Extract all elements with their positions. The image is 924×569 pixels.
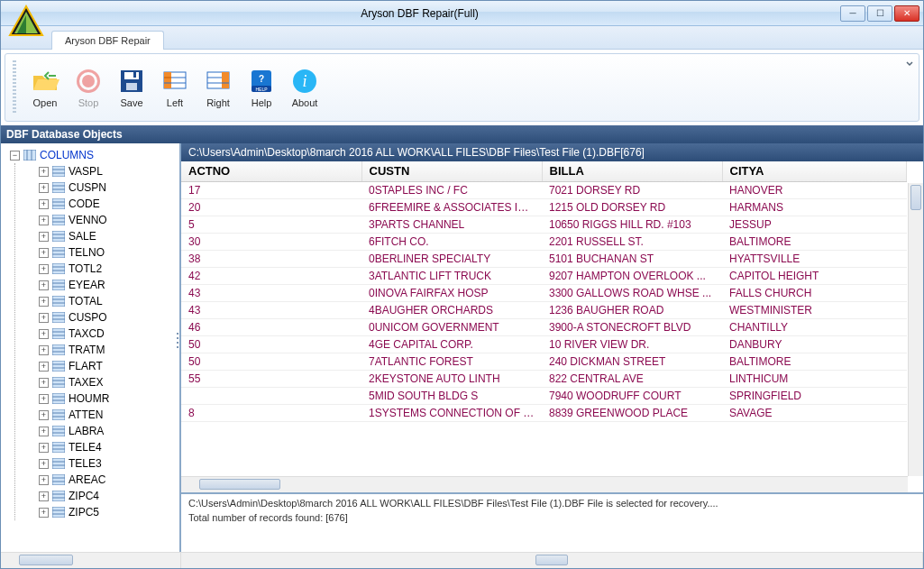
path-bar: C:\Users\Admin\Desktop\8march 2016 ALL W… <box>181 143 923 161</box>
svg-rect-9 <box>133 72 136 78</box>
tree-node[interactable]: +ZIPC4 <box>39 488 179 504</box>
table-row[interactable]: 53PARTS CHANNEL10650 RIGGS HILL RD. #103… <box>181 216 907 233</box>
collapse-icon[interactable]: − <box>10 151 20 161</box>
column-node-icon <box>52 166 65 177</box>
help-button[interactable]: ?HELP Help <box>243 67 279 108</box>
tree-node[interactable]: +TAXCD <box>39 326 179 342</box>
expand-icon[interactable]: + <box>39 459 49 469</box>
expand-icon[interactable]: + <box>39 362 49 372</box>
table-row[interactable]: 380BERLINER SPECIALTY5101 BUCHANAN STHYA… <box>181 250 907 267</box>
expand-icon[interactable]: + <box>39 508 49 518</box>
column-node-icon <box>52 215 65 225</box>
table-row[interactable]: 81SYSTEMS CONNECTION OF MD ...8839 GREEN… <box>181 404 907 421</box>
expand-icon[interactable]: + <box>39 329 49 339</box>
tree-node[interactable]: +TRATM <box>39 342 179 358</box>
cell: 240 DICKMAN STREET <box>542 353 722 370</box>
svg-rect-8 <box>126 83 137 90</box>
expand-icon[interactable]: + <box>39 491 49 501</box>
table-row[interactable]: 170STAPLES INC / FC7021 DORSEY RDHANOVER <box>181 181 907 198</box>
table-row[interactable]: 552KEYSTONE AUTO LINTH822 CENTRAL AVELIN… <box>181 370 907 387</box>
close-button[interactable]: ✕ <box>894 5 919 22</box>
tree-node[interactable]: +ATTEN <box>39 407 179 423</box>
app-window: Aryson DBF Repair(Full) ─ ☐ ✕ Aryson DBF… <box>0 0 924 569</box>
expand-icon[interactable]: + <box>39 199 49 209</box>
minimize-button[interactable]: ─ <box>840 5 865 22</box>
data-grid[interactable]: ACTNOCUSTNBILLACITYA 170STAPLES INC / FC… <box>181 161 923 492</box>
column-header[interactable]: CUSTN <box>361 161 542 181</box>
tree-node[interactable]: +TELE4 <box>39 439 179 455</box>
table-row[interactable]: 5MID SOUTH BLDG S7940 WOODRUFF COURTSPRI… <box>181 387 907 404</box>
cell: 42 <box>181 267 361 284</box>
tree-pane[interactable]: − COLUMNS +VASPL+CUSPN+CODE+VENNO+SALE+T… <box>1 143 181 552</box>
open-button[interactable]: Open <box>27 67 63 108</box>
expand-icon[interactable]: + <box>39 167 49 177</box>
column-header[interactable]: CITYA <box>722 161 907 181</box>
table-row[interactable]: 423ATLANTIC LIFT TRUCK9207 HAMPTON OVERL… <box>181 267 907 284</box>
tree-node[interactable]: +TOTAL <box>39 293 179 309</box>
cell: 7ATLANTIC FOREST <box>361 353 542 370</box>
expand-icon[interactable]: + <box>39 410 49 420</box>
tree-node[interactable]: +VENNO <box>39 212 179 228</box>
vertical-scrollbar[interactable] <box>908 183 923 476</box>
tree-root[interactable]: − COLUMNS <box>10 147 179 163</box>
table-row[interactable]: 206FREEMIRE & ASSOCIATES INC. ...1215 OL… <box>181 198 907 216</box>
expand-icon[interactable]: + <box>39 183 49 193</box>
tree-node[interactable]: +TELNO <box>39 244 179 261</box>
about-button[interactable]: i About <box>287 67 323 108</box>
svg-rect-7 <box>124 72 139 79</box>
expand-icon[interactable]: + <box>39 313 49 323</box>
grid-horizontal-scrollbar[interactable] <box>181 476 908 492</box>
cell: 3ATLANTIC LIFT TRUCK <box>361 267 542 284</box>
table-row[interactable]: 460UNICOM GOVERNMENT3900-A STONECROFT BL… <box>181 318 907 335</box>
tree-node[interactable]: +ZIPC5 <box>39 504 179 520</box>
column-header[interactable]: ACTNO <box>181 161 361 181</box>
expand-icon[interactable]: + <box>39 345 49 355</box>
expand-icon[interactable]: + <box>39 443 49 453</box>
bottom-scroll-area[interactable] <box>1 552 923 568</box>
toolbar-overflow-icon[interactable] <box>904 58 915 69</box>
table-row[interactable]: 430INOVA FAIRFAX HOSP3300 GALLOWS ROAD W… <box>181 284 907 301</box>
about-info-icon: i <box>290 67 319 96</box>
column-node-icon <box>52 474 65 485</box>
tree-node[interactable]: +LABRA <box>39 423 179 439</box>
tree-node-label: ZIPC4 <box>69 490 99 502</box>
expand-icon[interactable]: + <box>39 427 49 436</box>
toolbar: Open Stop Save Left Right <box>5 53 919 122</box>
svg-rect-28 <box>52 166 65 177</box>
tab-main[interactable]: Aryson DBF Repair <box>51 31 164 50</box>
expand-icon[interactable]: + <box>39 264 49 274</box>
tree-node[interactable]: +TOTL2 <box>39 261 179 277</box>
tree-node[interactable]: +SALE <box>39 228 179 244</box>
tree-node[interactable]: +AREAC <box>39 472 179 488</box>
tree-node[interactable]: +CODE <box>39 196 179 212</box>
tree-node[interactable]: +VASPL <box>39 163 179 179</box>
tree-node[interactable]: +CUSPN <box>39 179 179 196</box>
expand-icon[interactable]: + <box>39 232 49 242</box>
tree-node[interactable]: +HOUMR <box>39 390 179 407</box>
expand-icon[interactable]: + <box>39 394 49 404</box>
cell: BALTIMORE <box>722 233 907 250</box>
cell: 5101 BUCHANAN ST <box>542 250 722 267</box>
expand-icon[interactable]: + <box>39 475 49 485</box>
table-row[interactable]: 507ATLANTIC FOREST240 DICKMAN STREETBALT… <box>181 353 907 370</box>
tree-node[interactable]: +CUSPO <box>39 309 179 326</box>
table-row[interactable]: 306FITCH CO.2201 RUSSELL ST.BALTIMORE <box>181 233 907 250</box>
expand-icon[interactable]: + <box>39 216 49 225</box>
expand-icon[interactable]: + <box>39 280 49 290</box>
table-row[interactable]: 504GE CAPITAL CORP.10 RIVER VIEW DR.DANB… <box>181 335 907 353</box>
right-button[interactable]: Right <box>200 67 236 108</box>
tree-node[interactable]: +TAXEX <box>39 374 179 390</box>
tree-node[interactable]: +EYEAR <box>39 277 179 293</box>
expand-icon[interactable]: + <box>39 378 49 388</box>
column-header[interactable]: BILLA <box>542 161 722 181</box>
table-row[interactable]: 434BAUGHER ORCHARDS1236 BAUGHER ROADWEST… <box>181 301 907 318</box>
left-button[interactable]: Left <box>157 67 193 108</box>
expand-icon[interactable]: + <box>39 248 49 258</box>
save-button[interactable]: Save <box>114 67 150 108</box>
toolbar-grip[interactable] <box>13 60 16 115</box>
expand-icon[interactable]: + <box>39 297 49 307</box>
tree-node[interactable]: +FLART <box>39 358 179 374</box>
maximize-button[interactable]: ☐ <box>867 5 892 22</box>
splitter-handle[interactable] <box>175 330 180 366</box>
tree-node[interactable]: +TELE3 <box>39 455 179 472</box>
